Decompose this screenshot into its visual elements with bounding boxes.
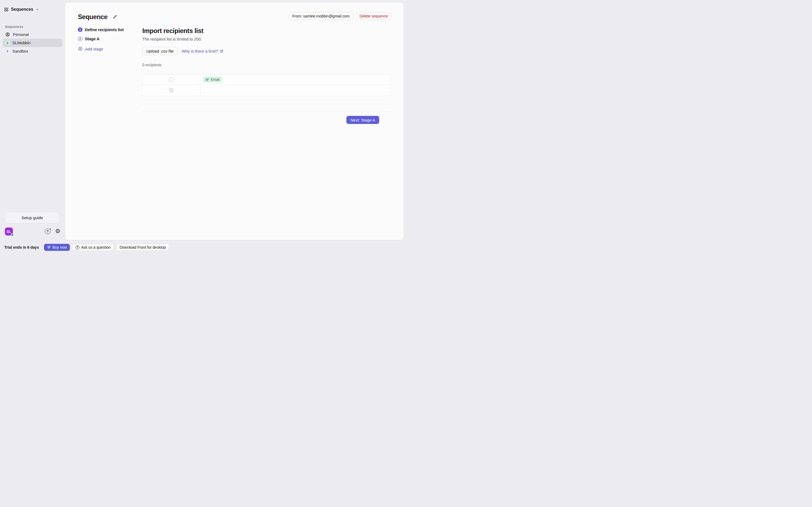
workspace-title: Sequences [11, 7, 33, 12]
select-all-checkbox[interactable] [169, 77, 173, 81]
email-column-header[interactable]: Email [203, 77, 222, 82]
row-checkbox-cell [143, 85, 200, 96]
trial-footer-bar: Trial ends in 6 days Buy now ? Ask us a … [4, 243, 171, 252]
email-column-label: Email [211, 77, 220, 81]
user-initials: SL [7, 230, 11, 234]
ask-question-label: Ask us a question [81, 245, 111, 249]
step-label: Stage A [85, 37, 100, 41]
import-recipients-panel: Import recipients list The recipient lis… [142, 27, 391, 124]
edit-title-pencil-icon[interactable] [113, 15, 117, 19]
page-title: Sequence [78, 13, 107, 21]
table-header-row: Email [143, 74, 391, 85]
header-email-cell: Email [200, 74, 391, 84]
settings-gear-icon[interactable]: ⚙ [55, 228, 60, 235]
workspace-avatar: S [5, 49, 10, 53]
stage-steps: 1 Define recipients list 2 Stage A Add s… [78, 27, 140, 51]
recipients-count: 0 recipients [142, 63, 162, 67]
sidebar-item-label: SLMobbin [12, 41, 31, 45]
sidebar-user-row: SL ? ⚙ [5, 227, 61, 235]
setup-guide-button[interactable]: Setup guide [5, 212, 60, 223]
user-avatar[interactable]: SL [5, 227, 13, 235]
limit-help-link[interactable]: Why is there a limit? [182, 49, 224, 53]
sidebar: Sequences Sequences Personal S SLMobbin … [0, 0, 65, 253]
app-grid-icon [4, 7, 9, 12]
ask-question-button[interactable]: ? Ask us a question [72, 244, 114, 251]
workspace-avatar: S [5, 41, 10, 45]
sidebar-item-label: Personal [13, 32, 29, 37]
delete-sequence-button[interactable]: Delete sequence [356, 12, 392, 20]
step-define-recipients[interactable]: 1 Define recipients list [78, 27, 140, 32]
external-link-icon [220, 49, 224, 53]
sidebar-item-slmobbin[interactable]: S SLMobbin [3, 39, 62, 47]
question-circle-icon: ? [75, 245, 80, 249]
step-number-badge: 2 [78, 37, 83, 41]
panel-subheading: The recipient list is limited to 200. [142, 37, 202, 42]
workspace-switcher[interactable]: Sequences [4, 7, 39, 12]
row-checkbox[interactable] [169, 88, 173, 92]
step-label: Define recipients list [85, 27, 124, 32]
panel-heading: Import recipients list [142, 27, 203, 35]
table-row [143, 85, 391, 96]
next-stage-button[interactable]: Next: Stage A [346, 116, 379, 124]
add-stage-button[interactable]: Add stage [78, 46, 140, 51]
sidebar-item-sandbox[interactable]: S Sandbox [3, 47, 62, 55]
download-desktop-button[interactable]: Download Front for desktop [116, 244, 169, 251]
from-address-button[interactable]: From: samlee.mobbin@gmail.com [289, 12, 353, 20]
limit-link-label: Why is there a limit? [182, 49, 218, 53]
step-stage-a[interactable]: 2 Stage A [78, 36, 140, 41]
add-stage-label: Add stage [85, 47, 103, 51]
buy-now-button[interactable]: Buy now [44, 244, 70, 251]
recipients-table: Email [142, 74, 391, 96]
buy-now-label: Buy now [52, 245, 67, 249]
notification-dot [49, 228, 51, 230]
download-label: Download Front for desktop [119, 245, 166, 249]
sidebar-nav: Personal S SLMobbin S Sandbox [3, 30, 62, 55]
sidebar-section-label: Sequences [5, 25, 23, 29]
row-email-cell[interactable] [200, 85, 391, 96]
step-number-badge: 1 [78, 27, 83, 32]
section-divider [142, 112, 391, 112]
upload-row: Upload .csv file Why is there a limit? [142, 47, 224, 55]
header-checkbox-cell [143, 74, 200, 84]
sidebar-item-label: Sandbox [12, 49, 28, 53]
gem-icon [47, 245, 51, 249]
trial-countdown-text: Trial ends in 6 days [4, 245, 39, 249]
online-status-dot [11, 233, 14, 236]
text-lines-icon [205, 78, 209, 81]
sequence-editor-card: Sequence From: samlee.mobbin@gmail.com D… [65, 2, 404, 240]
upload-csv-button[interactable]: Upload .csv file [142, 47, 178, 55]
plus-circle-icon [78, 46, 83, 51]
person-icon [5, 32, 10, 37]
header-actions: From: samlee.mobbin@gmail.com Delete seq… [289, 12, 392, 20]
chevron-down-icon [36, 8, 39, 11]
help-button[interactable]: ? [45, 229, 51, 234]
sidebar-item-personal[interactable]: Personal [3, 30, 62, 39]
